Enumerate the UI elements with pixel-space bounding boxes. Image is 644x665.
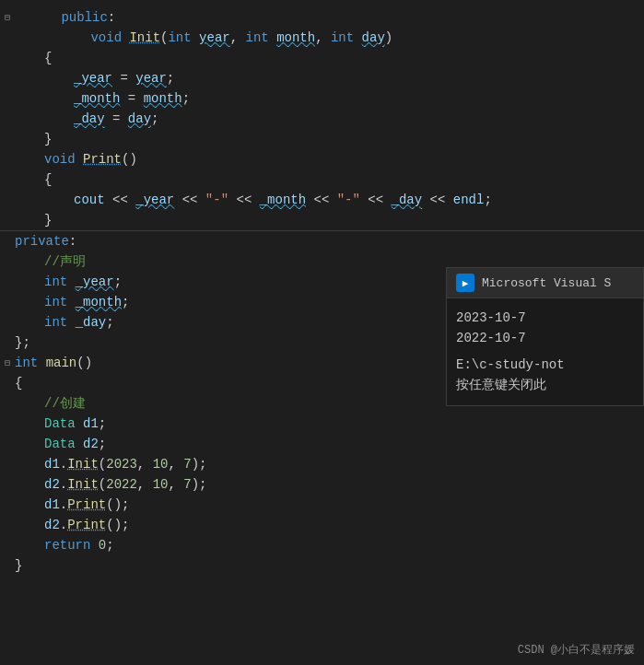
output-line-1: 2023-10-7 (456, 308, 634, 328)
line-init-decl: void Init(int year, int month, int day) (0, 28, 644, 48)
vs-icon-text: ▶ (463, 277, 469, 289)
fold-icon-12 (0, 292, 15, 312)
fold-icon-private (0, 231, 15, 251)
fold-icon-6 (0, 129, 15, 149)
fold-icon-17 (0, 414, 15, 434)
line-d1-print: d1.Print(); (0, 495, 644, 515)
press-line: 按任意键关闭此 (456, 375, 634, 395)
fold-icon-8 (0, 190, 15, 210)
fold-icon-7 (0, 169, 15, 190)
fold-icon-20 (0, 474, 15, 495)
fold-icon-16 (0, 393, 15, 414)
line-print-decl: void Print() (0, 149, 644, 169)
fold-icon-21 (0, 495, 15, 515)
line-month-assign: _month = month; (0, 88, 644, 109)
fold-icon-24 (0, 555, 15, 576)
line-main-brace-close: } (0, 555, 644, 576)
console-title: Microsoft Visual S (482, 276, 611, 290)
console-header: ▶ Microsoft Visual S (447, 268, 643, 298)
line-brace-close-print: } (0, 210, 644, 230)
fold-icon-4 (0, 88, 15, 109)
fold-icon-9 (0, 210, 15, 230)
line-data-d1: Data d1; (0, 414, 644, 434)
line-brace-open-print: { (0, 169, 644, 190)
editor-area: ⊟ public: void Init(int year, int month,… (0, 0, 644, 665)
fold-icon-22 (0, 515, 15, 535)
fold-icon-3 (0, 68, 15, 88)
path-line: E:\c-study-not (456, 355, 634, 375)
fold-icon[interactable]: ⊟ (0, 7, 15, 28)
line-day-assign: _day = day; (0, 109, 644, 129)
line-brace-close-init: } (0, 129, 644, 149)
fold-icon-18 (0, 434, 15, 454)
fold-icon-5 (0, 109, 15, 129)
line-private: private: (0, 231, 644, 251)
line-return: return 0; (0, 535, 644, 555)
vs-icon: ▶ (456, 274, 474, 292)
line-cout: cout << _year << "-" << _month << "-" <<… (0, 190, 644, 210)
output-line-2: 2022-10-7 (456, 328, 634, 348)
fold-icon-15 (0, 373, 15, 393)
fold-icon-11 (0, 272, 15, 292)
fold-icon-2 (0, 48, 15, 68)
fold-icon-main[interactable]: ⊟ (0, 353, 15, 373)
line-data-d2: Data d2; (0, 434, 644, 454)
fold-icon-13 (0, 312, 15, 332)
watermark: CSDN @小白不是程序媛 (518, 642, 635, 658)
fold-icon-10 (0, 251, 15, 272)
fold-icon-14 (0, 332, 15, 353)
line-d1-init: d1.Init(2023, 10, 7); (0, 454, 644, 474)
fold-icon-23 (0, 535, 15, 555)
console-body: 2023-10-7 2022-10-7 E:\c-study-not 按任意键关… (447, 298, 643, 405)
console-window: ▶ Microsoft Visual S 2023-10-7 2022-10-7… (446, 267, 644, 406)
line-brace-open-init: { (0, 48, 644, 68)
line-year-assign: _year = year; (0, 68, 644, 88)
fold-icon-19 (0, 454, 15, 474)
fold-icon-print (0, 149, 15, 169)
line-d2-print: d2.Print(); (0, 515, 644, 535)
fold-icon-init (0, 28, 15, 48)
line-d2-init: d2.Init(2022, 10, 7); (0, 474, 644, 495)
